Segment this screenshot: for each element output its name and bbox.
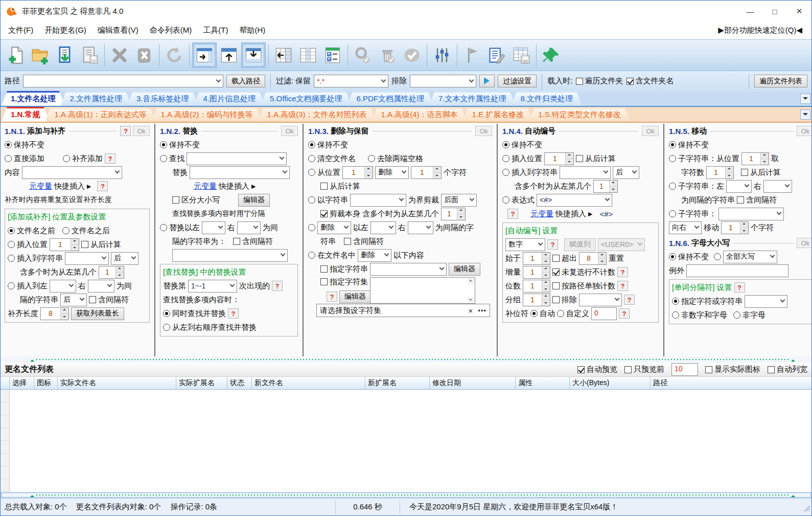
combobox[interactable] bbox=[65, 252, 109, 265]
column-header[interactable]: 状态 bbox=[227, 377, 252, 389]
combobox[interactable] bbox=[745, 295, 787, 308]
new-file-icon[interactable] bbox=[4, 42, 28, 68]
spinner-buttons[interactable] bbox=[433, 167, 441, 178]
resize-grip[interactable] bbox=[802, 503, 810, 511]
spinner-buttons[interactable] bbox=[542, 253, 550, 264]
help-button[interactable]: ? bbox=[272, 281, 283, 291]
apply-icon[interactable] bbox=[400, 42, 424, 68]
radio-option[interactable]: 在文件名中 bbox=[308, 251, 356, 260]
radio-option[interactable]: 保持不变 bbox=[5, 140, 44, 150]
edit-cmds-icon[interactable] bbox=[484, 42, 509, 68]
button[interactable]: 编辑器 bbox=[339, 290, 371, 303]
spinner-buttons[interactable] bbox=[60, 308, 68, 320]
combobox[interactable] bbox=[22, 166, 122, 179]
radio-option[interactable]: 从位置 bbox=[308, 168, 340, 177]
spinner-buttons[interactable] bbox=[364, 167, 373, 178]
list-option-2[interactable]: 显示实际图标 bbox=[705, 365, 760, 374]
spinner[interactable]: 8 bbox=[579, 252, 607, 265]
tab-sub-5[interactable]: 1.E.扩展名修改 bbox=[463, 107, 533, 122]
combobox[interactable] bbox=[50, 280, 76, 293]
spinner[interactable]: 1 bbox=[721, 221, 749, 234]
help-button[interactable]: ? bbox=[327, 291, 337, 302]
checkbox[interactable]: 含间隔符 bbox=[89, 295, 129, 305]
radio-option[interactable]: 子字符串：左 bbox=[669, 182, 724, 191]
panel-up-icon[interactable] bbox=[217, 42, 241, 68]
combobox[interactable]: 后 bbox=[111, 252, 138, 265]
checkbox[interactable]: 指定字符集 bbox=[320, 277, 368, 287]
spinner[interactable]: 1 bbox=[523, 280, 550, 293]
column-header[interactable]: 图标 bbox=[34, 377, 58, 389]
table-save-icon[interactable] bbox=[509, 42, 533, 68]
help-button[interactable]: ? bbox=[105, 153, 115, 164]
list-option-3[interactable]: 自动列宽 bbox=[768, 365, 807, 374]
combobox[interactable] bbox=[350, 194, 406, 207]
combobox[interactable]: 删除 bbox=[375, 166, 409, 179]
radio-option[interactable]: 子字符串： bbox=[669, 209, 716, 219]
combobox[interactable] bbox=[202, 221, 225, 234]
list-option-1[interactable]: 只预览前 bbox=[624, 365, 664, 374]
combobox[interactable] bbox=[172, 249, 288, 262]
combobox[interactable]: 后 bbox=[60, 294, 87, 306]
checkbox[interactable]: 未复选行不计数 bbox=[552, 267, 615, 277]
cols-left-icon[interactable] bbox=[271, 42, 296, 68]
checkbox[interactable]: 从后计算 bbox=[576, 154, 616, 164]
file-table-body[interactable] bbox=[1, 390, 811, 492]
checkbox[interactable]: 按路径单独计数 bbox=[552, 281, 615, 291]
column-header[interactable]: 新扩展名 bbox=[365, 377, 430, 389]
column-header[interactable]: 修改日期 bbox=[430, 377, 516, 389]
combobox[interactable] bbox=[763, 180, 792, 193]
meta-variable-link[interactable]: 元变量 bbox=[29, 182, 52, 191]
meta-variable-link[interactable]: 元变量 bbox=[194, 182, 217, 191]
check-list-icon[interactable] bbox=[320, 42, 345, 68]
radio-option[interactable]: 保持不变 bbox=[502, 140, 542, 150]
checkbox[interactable]: 含间隔符 bbox=[344, 237, 384, 246]
combobox[interactable] bbox=[726, 180, 752, 193]
ok-button[interactable]: Ok bbox=[281, 126, 298, 136]
radio-option[interactable] bbox=[714, 253, 721, 260]
traverse-file-list-button[interactable]: 遍历文件列表 bbox=[754, 75, 807, 87]
checkbox[interactable]: 超出 bbox=[552, 254, 577, 263]
radio-option[interactable]: 自动 bbox=[530, 309, 555, 319]
column-header[interactable]: 实际扩展名 bbox=[176, 377, 227, 389]
column-header[interactable]: 选择 bbox=[10, 377, 34, 389]
tab-sub-2[interactable]: 1.A.高级(2)：编码与转换等 bbox=[152, 107, 262, 122]
combobox[interactable] bbox=[187, 152, 287, 165]
tab-main-4[interactable]: 5.Office文档摘要处理 bbox=[261, 91, 351, 106]
pin-icon[interactable] bbox=[539, 42, 564, 68]
combobox[interactable]: <USER0> bbox=[598, 238, 645, 251]
menu-item-1[interactable]: 开始更名(G) bbox=[39, 23, 92, 38]
radio-option[interactable]: 自定义 bbox=[557, 309, 589, 319]
spinner-buttons[interactable] bbox=[457, 208, 465, 220]
tab-main-3[interactable]: 4.图片信息处理 bbox=[194, 91, 265, 106]
help-button[interactable]: ? bbox=[120, 126, 131, 136]
tab-main-2[interactable]: 3.音乐标签处理 bbox=[127, 91, 198, 106]
tab-sub-4[interactable]: 1.A.高级(4)：语言脚本 bbox=[372, 107, 467, 122]
spinner[interactable]: 1 bbox=[706, 166, 734, 179]
ok-button[interactable]: Ok bbox=[133, 126, 150, 136]
open-folder-icon[interactable] bbox=[28, 42, 53, 68]
delete-box-icon[interactable] bbox=[132, 42, 156, 68]
charset-textarea[interactable] bbox=[370, 277, 475, 304]
spinner-buttons[interactable] bbox=[609, 181, 617, 192]
tab-main-1[interactable]: 2.文件属性处理 bbox=[61, 91, 132, 106]
checkbox[interactable]: 从后计算 bbox=[320, 182, 360, 191]
spinner-buttons[interactable] bbox=[760, 153, 769, 165]
spinner[interactable]: 8 bbox=[40, 307, 69, 320]
menu-item-0[interactable]: 文件(F) bbox=[3, 23, 39, 38]
combobox[interactable]: 删除 bbox=[358, 249, 391, 262]
horizontal-splitter[interactable] bbox=[1, 492, 811, 498]
path-combobox[interactable] bbox=[23, 75, 223, 87]
help-button[interactable]: ? bbox=[228, 308, 239, 319]
text-input[interactable]: 0 bbox=[591, 307, 617, 320]
radio-option[interactable]: 非数字和字母 bbox=[672, 310, 727, 320]
radio-option[interactable]: 替换以左 bbox=[160, 223, 200, 233]
combobox[interactable] bbox=[579, 294, 622, 306]
combobox[interactable] bbox=[237, 221, 261, 234]
spinner-buttons[interactable] bbox=[565, 153, 573, 165]
textarea-scrollbar[interactable] bbox=[468, 278, 474, 303]
panel-down-icon[interactable] bbox=[241, 42, 266, 68]
spinner[interactable]: 1 bbox=[741, 152, 769, 165]
tab-main-6[interactable]: 7.文本文件属性处理 bbox=[429, 91, 516, 106]
spinner-buttons[interactable] bbox=[542, 294, 550, 306]
help-button[interactable]: ? bbox=[547, 239, 558, 250]
